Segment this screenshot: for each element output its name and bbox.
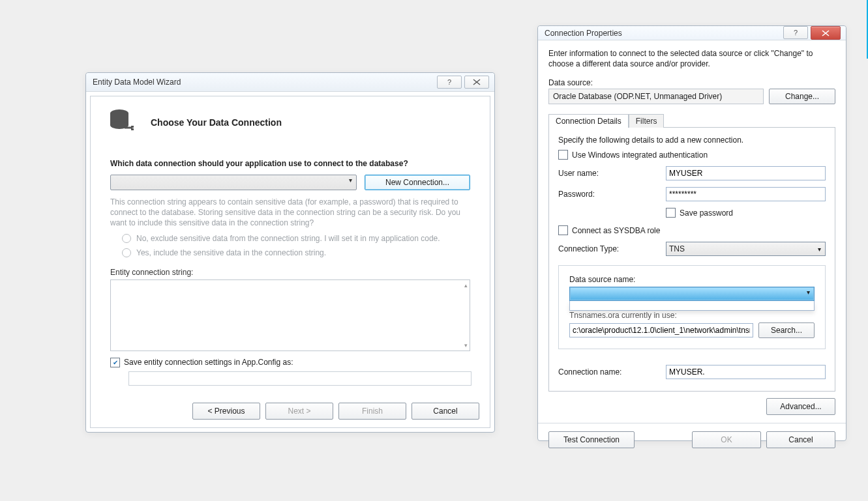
username-row: User name:	[558, 166, 826, 180]
wizard-body: Which data connection should your applic…	[91, 146, 490, 395]
specify-hint: Specify the following details to add a n…	[558, 136, 826, 145]
conn-string-label: Entity connection string:	[110, 268, 470, 277]
save-settings-checkbox[interactable]: ✔	[110, 358, 120, 367]
tab-pane: Specify the following details to add a n…	[548, 127, 835, 392]
save-password-row: ✔ Save password	[558, 208, 826, 218]
win-auth-checkbox[interactable]: ✔	[558, 150, 568, 160]
props-intro: Enter information to connect to the sele…	[548, 48, 835, 69]
connection-properties-window: Connection Properties ? Enter informatio…	[537, 25, 846, 441]
advanced-button[interactable]: Advanced...	[766, 398, 835, 415]
props-titlebar: Connection Properties ?	[538, 26, 846, 40]
wizard-titlebar: Entity Data Model Wizard ?	[86, 73, 494, 92]
conn-type-select[interactable]: TNS	[666, 242, 826, 256]
wizard-titlebar-controls: ?	[434, 76, 494, 89]
database-icon	[106, 108, 138, 137]
tabs: Connection Details Filters	[548, 113, 835, 127]
next-button[interactable]: Next >	[265, 403, 333, 420]
save-password-label: Save password	[680, 208, 733, 218]
conn-type-value: TNS	[669, 244, 685, 253]
search-button[interactable]: Search...	[758, 322, 815, 338]
connection-row: New Connection...	[110, 175, 470, 190]
tns-path-input[interactable]	[569, 323, 753, 337]
save-settings-row: ✔ Save entity connection settings in App…	[110, 358, 470, 367]
close-icon	[473, 79, 481, 85]
props-titlebar-controls: ?	[781, 26, 846, 40]
tns-label: Tnsnames.ora currently in use:	[569, 311, 815, 320]
radio-exclude[interactable]	[122, 234, 131, 243]
wizard-footer: < Previous Next > Finish Cancel	[91, 395, 490, 427]
radio-include[interactable]	[122, 248, 131, 257]
wizard-banner: Choose Your Data Connection	[91, 96, 490, 146]
previous-button[interactable]: < Previous	[192, 403, 260, 420]
props-bottom: Test Connection OK Cancel	[538, 423, 846, 456]
connection-dropdown[interactable]	[110, 175, 357, 190]
wizard-title: Entity Data Model Wizard	[86, 78, 181, 87]
dsn-droplist[interactable]	[569, 301, 815, 311]
data-source-label: Data source:	[548, 78, 835, 87]
sysdba-row: ✔ Connect as SYSDBA role	[558, 225, 826, 235]
close-icon	[821, 30, 830, 36]
tns-group: group Data source name: Tnsnames.ora cur…	[558, 265, 826, 349]
svg-rect-6	[131, 128, 134, 130]
password-row: Password:	[558, 187, 826, 201]
conn-type-row: Connection Type: TNS	[558, 242, 826, 256]
radio-include-label: Yes, include the sensitive data in the c…	[136, 248, 326, 257]
conn-name-label: Connection name:	[558, 367, 666, 377]
sensitive-data-text: This connection string appears to contai…	[110, 197, 470, 229]
sysdba-label: Connect as SYSDBA role	[572, 226, 660, 235]
win-auth-row: ✔ Use Windows integrated authentication	[558, 150, 826, 160]
props-help-button[interactable]: ?	[783, 26, 808, 39]
wizard-banner-title: Choose Your Data Connection	[151, 117, 282, 128]
config-name-input[interactable]	[128, 371, 471, 386]
dsn-label: Data source name:	[569, 275, 815, 284]
props-cancel-button[interactable]: Cancel	[766, 431, 835, 448]
sysdba-checkbox[interactable]: ✔	[558, 225, 568, 235]
conn-string-textarea[interactable]: ▴ ▾	[110, 279, 470, 351]
password-input[interactable]	[666, 187, 826, 201]
props-body: Enter information to connect to the sele…	[538, 40, 846, 423]
save-password-checkbox[interactable]: ✔	[666, 208, 676, 218]
data-source-value: Oracle Database (ODP.NET, Unmanaged Driv…	[548, 89, 764, 104]
test-connection-button[interactable]: Test Connection	[548, 431, 635, 448]
scroll-down-icon: ▾	[464, 342, 468, 349]
conn-type-label: Connection Type:	[558, 244, 666, 253]
svg-rect-5	[131, 126, 134, 128]
tab-filters[interactable]: Filters	[629, 114, 665, 128]
change-button[interactable]: Change...	[769, 89, 835, 104]
cancel-button[interactable]: Cancel	[412, 403, 479, 420]
scroll-up-icon: ▴	[464, 282, 468, 289]
close-button[interactable]	[464, 76, 489, 89]
win-auth-label: Use Windows integrated authentication	[572, 150, 708, 160]
finish-button[interactable]: Finish	[338, 403, 406, 420]
props-title: Connection Properties	[538, 29, 622, 38]
dsn-combo[interactable]	[569, 287, 815, 301]
radio-exclude-label: No, exclude sensitive data from the conn…	[136, 234, 440, 243]
new-connection-button[interactable]: New Connection...	[365, 175, 470, 190]
conn-name-row: Connection name:	[558, 365, 826, 379]
radio-include-row: Yes, include the sensitive data in the c…	[110, 248, 470, 257]
password-label: Password:	[558, 190, 666, 199]
ok-button[interactable]: OK	[692, 431, 761, 448]
wizard-window: Entity Data Model Wizard ?	[85, 72, 495, 433]
conn-name-input[interactable]	[666, 365, 826, 379]
help-button[interactable]: ?	[437, 76, 462, 89]
wizard-inner: Choose Your Data Connection Which data c…	[90, 96, 490, 428]
props-close-button[interactable]	[811, 26, 841, 40]
username-label: User name:	[558, 169, 666, 178]
data-source-row: Oracle Database (ODP.NET, Unmanaged Driv…	[548, 89, 835, 104]
wizard-question: Which data connection should your applic…	[110, 159, 470, 168]
radio-exclude-row: No, exclude sensitive data from the conn…	[110, 234, 470, 243]
username-input[interactable]	[666, 166, 826, 180]
tab-connection-details[interactable]: Connection Details	[548, 114, 629, 128]
save-settings-label: Save entity connection settings in App.C…	[124, 358, 293, 367]
advanced-row: Advanced...	[548, 392, 835, 415]
tns-path-row: Search...	[569, 322, 815, 338]
